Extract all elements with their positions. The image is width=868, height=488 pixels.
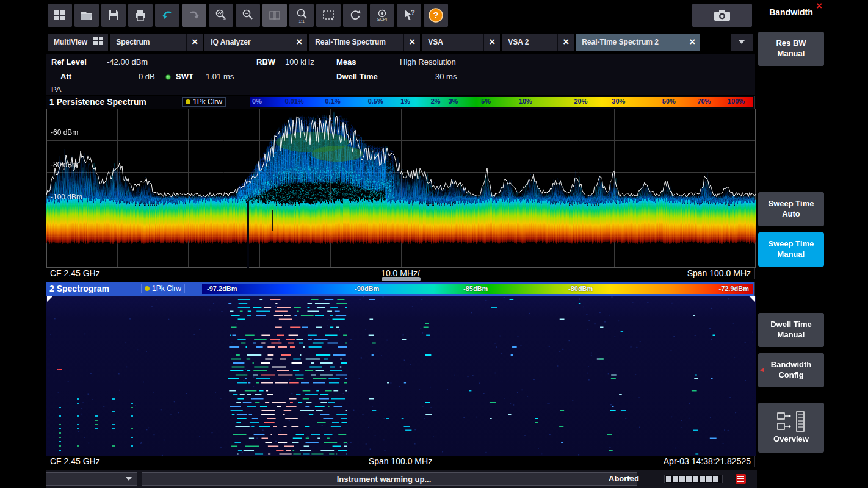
- trace2-legend[interactable]: 1Pk Clrw: [141, 284, 185, 293]
- softkey-overview[interactable]: Overview: [758, 403, 824, 453]
- rbw-value[interactable]: 100 kHz: [285, 57, 314, 66]
- trace-dot-icon: [145, 286, 150, 291]
- svg-text:?: ?: [433, 10, 438, 20]
- corner-marker-right-icon: [749, 296, 755, 302]
- y-axis-label: -100 dBm: [51, 193, 82, 201]
- windows-icon[interactable]: [48, 4, 72, 27]
- meas-label: Meas: [336, 57, 356, 66]
- tab-real-time-spectrum[interactable]: Real-Time Spectrum ×: [309, 34, 420, 51]
- dwell-time-label: Dwell Time: [336, 72, 378, 81]
- ref-level-value[interactable]: -42.00 dBm: [107, 57, 148, 66]
- window1-title: 1 Persistence Spectrum: [49, 97, 146, 107]
- softkey-sweep-time-auto[interactable]: Sweep Time Auto: [758, 192, 824, 226]
- swt-coupled-indicator-icon: [165, 74, 171, 80]
- y-axis-label: -60 dBm: [51, 128, 78, 137]
- measurement-state: Aborted: [609, 474, 639, 483]
- dwell-time-value[interactable]: 30 ms: [435, 72, 457, 81]
- ref-level-label: Ref Level: [51, 57, 87, 66]
- scale-label: 10%: [519, 98, 532, 105]
- select-region-icon[interactable]: [316, 4, 341, 27]
- span-readout: Span 100.0 MHz: [687, 268, 751, 278]
- channel-settings-bar: Ref Level -42.00 dBm RBW 100 kHz Meas Hi…: [46, 54, 755, 95]
- scale-label: 3%: [448, 98, 458, 105]
- y-axis-label: -80 dBm: [51, 160, 78, 169]
- tab-close-icon[interactable]: ×: [684, 34, 700, 51]
- swt-label: SWT: [176, 72, 193, 81]
- chevron-down-icon: [126, 477, 132, 481]
- softkey-dwell-time-manual[interactable]: Dwell Time Manual: [758, 313, 824, 347]
- merge-windows-icon[interactable]: [262, 4, 287, 27]
- trace1-legend[interactable]: 1Pk Clrw: [182, 97, 226, 107]
- scale-label: 0.1%: [325, 98, 341, 105]
- scale-label: 100%: [728, 98, 745, 105]
- spectrogram-canvas[interactable]: [46, 296, 756, 456]
- tab-close-icon[interactable]: ×: [291, 34, 307, 51]
- error-log-icon[interactable]: [736, 474, 746, 484]
- tab-close-icon[interactable]: ×: [557, 34, 574, 51]
- svg-text:?: ?: [411, 9, 415, 16]
- scale-label: -80dBm: [568, 285, 593, 292]
- scale-label: 5%: [481, 98, 491, 105]
- zoom-1to1-icon[interactable]: 1:1: [289, 4, 314, 27]
- tab-real-time-spectrum-2[interactable]: Real-Time Spectrum 2 ×: [576, 34, 700, 51]
- softkey-sweep-time-manual[interactable]: Sweep Time Manual: [758, 232, 824, 267]
- tab-vsa-2[interactable]: VSA 2 ×: [502, 34, 574, 51]
- window-splitter[interactable]: [382, 277, 421, 281]
- att-value[interactable]: 0 dB: [139, 72, 155, 81]
- tab-overflow-button[interactable]: [731, 34, 753, 51]
- zoom-custom-icon[interactable]: [209, 4, 233, 27]
- zoom-out-icon[interactable]: [236, 4, 260, 27]
- scale-label: 1%: [400, 98, 410, 105]
- trace1-label: 1Pk Clrw: [193, 98, 222, 106]
- main-toolbar: 1:1 SCPI ? ?: [48, 4, 448, 27]
- tab-close-icon[interactable]: ×: [483, 34, 500, 51]
- screenshot-button[interactable]: [692, 4, 752, 27]
- tab-vsa[interactable]: VSA ×: [422, 34, 500, 51]
- meas-value[interactable]: High Resolution: [400, 57, 456, 66]
- status-message-box[interactable]: Instrument warming up...: [142, 472, 637, 486]
- tab-multiview[interactable]: MultiView: [48, 34, 108, 51]
- scale-label: 0.5%: [368, 98, 383, 105]
- help-icon[interactable]: ?: [424, 4, 448, 27]
- zoom-1to1-label: 1:1: [298, 19, 305, 23]
- tab-iq-analyzer[interactable]: IQ Analyzer ×: [204, 34, 307, 51]
- spectrogram-window: 2 Spectrogram 1Pk Clrw -97.2dBm -90dBm -…: [46, 282, 755, 467]
- persistence-color-scale: 0% 0.01% 0.1% 0.5% 1% 2% 3% 5% 10% 20% 3…: [250, 97, 753, 107]
- status-selector-dropdown[interactable]: [46, 472, 137, 486]
- channel-tabbar: MultiView Spectrum × IQ Analyzer × Real-…: [48, 34, 700, 51]
- swt-value[interactable]: 1.01 ms: [206, 72, 234, 81]
- context-help-icon[interactable]: ?: [397, 4, 421, 27]
- scale-label: 30%: [612, 98, 625, 105]
- camera-icon: [713, 8, 731, 23]
- span-readout: Span 100.0 MHz: [46, 456, 754, 466]
- scpi-recorder-icon[interactable]: SCPI: [370, 4, 394, 27]
- tab-label: MultiView: [48, 38, 93, 46]
- window1-header: 1 Persistence Spectrum 1Pk Clrw 0% 0.01%…: [46, 96, 754, 109]
- trace-dot-icon: [186, 99, 190, 104]
- spectrogram-graph-area: [46, 296, 756, 456]
- frame-timestamp: Apr-03 14:38:21.82525: [664, 456, 751, 466]
- scale-label: -85dBm: [463, 285, 488, 292]
- tab-close-icon[interactable]: ×: [403, 34, 420, 51]
- save-icon[interactable]: [101, 4, 126, 27]
- softkey-res-bw-manual[interactable]: Res BW Manual: [758, 32, 824, 66]
- print-icon[interactable]: [128, 4, 153, 27]
- status-message: Instrument warming up...: [142, 475, 626, 484]
- tab-label: IQ Analyzer: [204, 38, 291, 46]
- scale-label: 50%: [662, 98, 676, 105]
- analyzer-screen: 1:1 SCPI ? ? MultiView Spectrum: [0, 0, 868, 488]
- tab-label: VSA 2: [502, 38, 557, 46]
- window2-footer: CF 2.45 GHz Span 100.0 MHz Apr-03 14:38:…: [46, 456, 754, 468]
- persistence-graph-area: -60 dBm -80 dBm -100 dBm: [46, 109, 756, 268]
- redo-icon[interactable]: [182, 4, 206, 27]
- open-file-icon[interactable]: [74, 4, 99, 27]
- replay-icon[interactable]: [343, 4, 367, 27]
- corner-marker-left-icon: [47, 296, 53, 302]
- status-bar: Instrument warming up... Aborted 03.04.2…: [46, 470, 825, 488]
- persistence-spectrum-canvas[interactable]: [46, 109, 756, 268]
- tab-spectrum[interactable]: Spectrum ×: [110, 34, 203, 51]
- scale-label: 70%: [697, 98, 711, 105]
- undo-icon[interactable]: [155, 4, 179, 27]
- tab-close-icon[interactable]: ×: [186, 34, 203, 51]
- softkey-bandwidth-config[interactable]: ◀ Bandwidth Config: [758, 353, 824, 387]
